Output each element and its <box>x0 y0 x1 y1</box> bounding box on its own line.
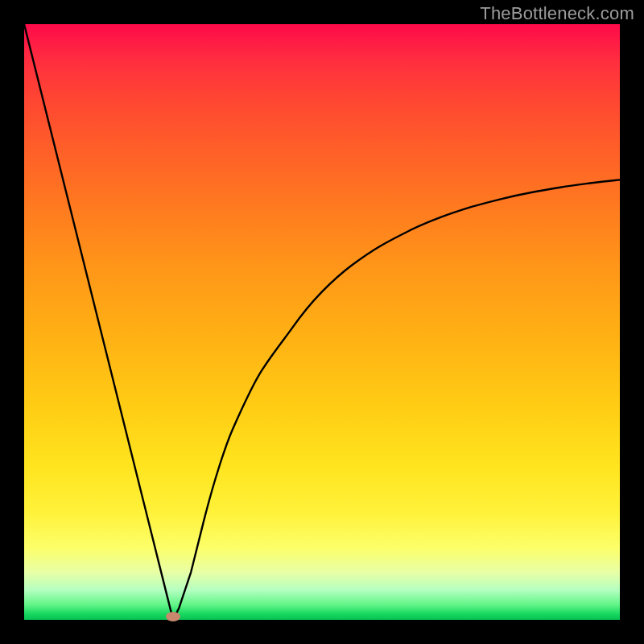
curve-layer <box>24 24 620 620</box>
bottleneck-curve <box>24 24 620 620</box>
watermark-text: TheBottleneck.com <box>480 3 634 24</box>
chart-frame: TheBottleneck.com <box>0 0 644 644</box>
minimum-marker <box>166 612 180 621</box>
plot-area <box>24 24 620 620</box>
